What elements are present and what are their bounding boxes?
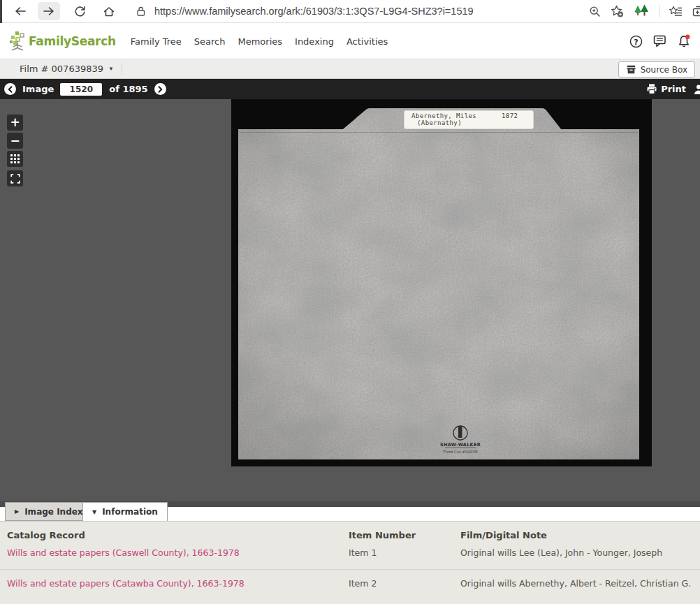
nav-search[interactable]: Search [188, 36, 232, 47]
print-icon [646, 84, 657, 94]
viewer-zoom-toolbar: + − [7, 115, 23, 189]
toolbar-divider [659, 5, 659, 17]
zoom-out-button[interactable]: − [7, 133, 23, 149]
svg-text:?: ? [634, 37, 638, 46]
film-number-dropdown[interactable]: Film # 007639839 [20, 64, 103, 74]
fullscreen-icon [10, 174, 20, 184]
svg-text:SHAW-WALKER: SHAW-WALKER [440, 442, 481, 448]
messages-icon[interactable] [653, 35, 666, 47]
column-header-catalog-record: Catalog Record [7, 522, 349, 540]
lock-icon[interactable] [136, 6, 146, 17]
film-bar: Film # 007639839 ▼ Source Box [0, 59, 700, 79]
image-label: Image [22, 84, 54, 94]
favorites-list-icon[interactable] [669, 6, 683, 17]
collections-icon[interactable] [692, 5, 700, 17]
tab-information[interactable]: ▼ Information [82, 502, 168, 521]
caret-down-icon: ▼ [92, 509, 96, 515]
column-header-film-digital-note: Film/Digital Note [460, 522, 693, 540]
browser-refresh-button[interactable] [68, 2, 91, 20]
help-icon[interactable]: ? [629, 35, 643, 48]
partial-icon[interactable] [693, 84, 700, 95]
forward-arrow-icon [43, 6, 55, 17]
familysearch-tree-icon [9, 31, 27, 52]
folder-paper [231, 99, 652, 466]
table-row-1-catalog: Wills and estate papers (Caswell County)… [7, 540, 349, 558]
add-favorite-icon[interactable] [611, 5, 624, 17]
tab-image-index[interactable]: ▶ Image Index [5, 502, 93, 521]
browser-forward-button[interactable] [38, 2, 60, 20]
familysearch-wordmark: FamilySearch [29, 34, 116, 48]
table-row-1-item: Item 1 [349, 540, 460, 558]
nav-activities[interactable]: Activities [340, 36, 394, 47]
print-button[interactable]: Print [646, 84, 686, 94]
window-edge [0, 0, 2, 23]
nav-family-tree[interactable]: Family Tree [124, 36, 188, 47]
film-caret-icon[interactable]: ▼ [108, 66, 114, 72]
notifications-bell-icon[interactable] [677, 34, 691, 48]
chevron-left-icon [6, 85, 15, 94]
film-bar-divider [122, 64, 122, 75]
page-zoom-icon[interactable] [589, 6, 601, 17]
folder-label-year: 1872 [502, 112, 518, 119]
browser-toolbar: https://www.familysearch.org/ark:/61903/… [0, 0, 700, 23]
column-header-item-number: Item Number [349, 522, 460, 540]
information-panel: Catalog Record Item Number Film/Digital … [0, 521, 700, 604]
table-row-2-note: Original wills Abernethy, Albert - Reitz… [460, 570, 693, 589]
thumbnail-grid-button[interactable] [7, 151, 23, 167]
previous-image-button[interactable] [4, 83, 16, 95]
main-navigation: Family Tree Search Memories Indexing Act… [124, 36, 395, 47]
caret-right-icon: ▶ [15, 508, 19, 515]
folder-label-alt-name: (Abernathy) [417, 119, 462, 126]
home-icon [103, 6, 115, 17]
refresh-icon [74, 6, 86, 17]
catalog-record-link[interactable]: Wills and estate papers (Catawba County)… [7, 578, 245, 589]
back-arrow-icon [14, 6, 27, 17]
familysearch-logo[interactable]: FamilySearch [9, 31, 116, 52]
table-row-2-item: Item 2 [349, 570, 460, 589]
image-count-label: of 1895 [109, 84, 147, 94]
notification-badge [685, 35, 690, 39]
address-bar[interactable]: https://www.familysearch.org/ark:/61903/… [130, 1, 582, 21]
catalog-record-link[interactable]: Wills and estate papers (Caswell County)… [7, 547, 240, 558]
grid-icon [10, 154, 20, 163]
zoom-in-button[interactable]: + [7, 115, 23, 131]
nav-memories[interactable]: Memories [231, 36, 289, 47]
extension-trees-icon[interactable] [634, 4, 649, 18]
browser-back-button[interactable] [9, 2, 31, 20]
next-image-button[interactable] [154, 83, 166, 95]
source-box-icon [626, 65, 636, 74]
image-navigation-bar: Image of 1895 Print [0, 79, 700, 99]
source-box-button[interactable]: Source Box [618, 61, 695, 78]
folder-label-name: Abernethy, Miles [411, 112, 476, 119]
image-number-input[interactable] [60, 83, 102, 96]
nav-indexing[interactable]: Indexing [289, 36, 340, 47]
table-row-1-note: Original wills Lee (Lea), John - Younger… [460, 540, 693, 558]
chevron-right-icon [156, 85, 164, 94]
svg-text:Third Cut #9203R: Third Cut #9203R [442, 450, 478, 454]
browser-home-button[interactable] [98, 2, 120, 20]
image-viewer: + − [0, 99, 700, 501]
table-row-2-catalog: Wills and estate papers (Catawba County)… [7, 570, 349, 589]
url-text[interactable]: https://www.familysearch.org/ark:/61903/… [154, 6, 474, 17]
scanned-document[interactable]: Abernethy, Miles (Abernathy) 1872 SHAW-W… [231, 99, 652, 466]
fullscreen-button[interactable] [7, 170, 23, 186]
familysearch-header: FamilySearch Family Tree Search Memories… [0, 24, 700, 59]
